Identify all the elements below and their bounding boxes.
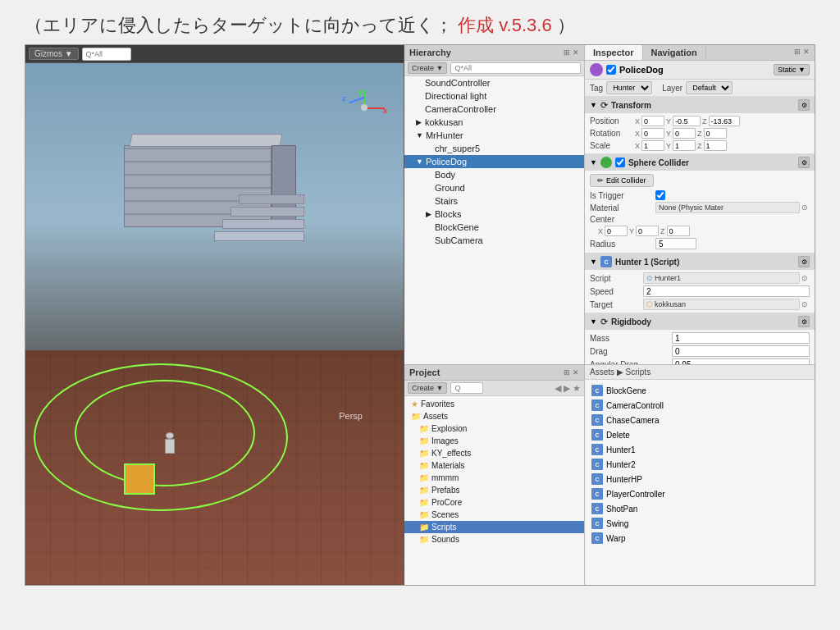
file-item[interactable]: CPlayerController <box>588 486 811 501</box>
scale-label: Scale <box>590 141 635 150</box>
center-label-row: Center <box>590 215 810 224</box>
pos-y[interactable] <box>673 116 701 126</box>
rotation-row: Rotation X Y Z <box>590 128 810 139</box>
file-item[interactable]: CHunterHP <box>588 472 811 486</box>
file-item[interactable]: CHunter2 <box>588 457 811 472</box>
rot-y[interactable] <box>673 128 696 139</box>
project-search-input[interactable] <box>450 382 483 394</box>
angular-drag-row: Angular Drag <box>590 358 810 364</box>
hierarchy-item[interactable]: ▶Blocks <box>404 208 584 221</box>
hierarchy-item[interactable]: Body <box>404 168 584 181</box>
top-panels: Hierarchy ⊞ ✕ Create ▼ SoundControllerDi… <box>404 45 815 365</box>
scale-y[interactable] <box>673 140 696 151</box>
tree-item[interactable]: 📁Images <box>404 435 584 447</box>
tree-item[interactable]: 📁Explosion <box>404 422 584 435</box>
hierarchy-item[interactable]: Stairs <box>404 194 584 208</box>
scale-z[interactable] <box>704 140 727 151</box>
material-field: None (Physic Mater <box>655 202 800 213</box>
hierarchy-item[interactable]: ▼PoliceDog <box>404 155 584 168</box>
radius-field[interactable] <box>655 238 696 249</box>
object-active-checkbox[interactable] <box>606 65 616 75</box>
script-select-icon[interactable]: ⊙ <box>800 274 810 282</box>
rigidbody-icon: ⟳ <box>600 317 608 327</box>
hierarchy-item[interactable]: Directional light <box>404 89 584 103</box>
tree-item[interactable]: 📁Assets <box>404 410 584 422</box>
hunter-script-settings[interactable]: ⚙ <box>798 256 810 267</box>
hierarchy-title: Hierarchy <box>409 48 451 57</box>
speed-field[interactable] <box>643 285 810 297</box>
hierarchy-item[interactable]: SubCamera <box>404 234 584 247</box>
tag-select[interactable]: Hunter <box>606 81 652 94</box>
transform-header[interactable]: ▼ ⟳ Transform ⚙ <box>585 97 815 113</box>
pos-z[interactable] <box>709 116 740 126</box>
tree-item[interactable]: 📁Materials <box>404 459 584 472</box>
rigidbody-header[interactable]: ▼ ⟳ Rigidbody ⚙ <box>585 313 815 330</box>
script-ref-field: ⊙Hunter1 <box>643 272 800 284</box>
rigidbody-title: Rigidbody <box>611 317 795 326</box>
file-item[interactable]: CSwing <box>588 516 811 531</box>
gizmos-button[interactable]: Gizmos ▼ <box>29 48 79 60</box>
scene-search-input[interactable] <box>82 48 131 61</box>
rot-z[interactable] <box>704 128 727 139</box>
layer-select[interactable]: Default <box>686 81 733 94</box>
hunter-script-icon: C <box>600 256 612 267</box>
tree-item[interactable]: 📁mmmm <box>404 472 584 484</box>
hierarchy-create-button[interactable]: Create ▼ <box>408 62 447 74</box>
rigidbody-settings[interactable]: ⚙ <box>798 316 810 327</box>
scale-x[interactable] <box>641 140 664 151</box>
tree-item[interactable]: 📁Prefabs <box>404 484 584 496</box>
file-item[interactable]: CChaseCamera <box>588 413 811 427</box>
sphere-arrow: ▼ <box>590 158 597 167</box>
tree-item[interactable]: ★Favorites <box>404 398 584 410</box>
hierarchy-item[interactable]: ▼MrHunter <box>404 129 584 142</box>
center-z[interactable] <box>667 226 690 236</box>
material-select-icon[interactable]: ⊙ <box>800 203 810 212</box>
speed-label: Speed <box>590 287 643 296</box>
project-create-button[interactable]: Create ▼ <box>408 382 447 394</box>
center-x[interactable] <box>605 226 628 236</box>
hierarchy-item[interactable]: BlockGene <box>404 221 584 234</box>
static-button[interactable]: Static ▼ <box>774 64 810 75</box>
transform-settings[interactable]: ⚙ <box>798 99 810 111</box>
target-select-icon[interactable]: ⊙ <box>800 300 810 308</box>
transform-component: ▼ ⟳ Transform ⚙ Position X Y Z <box>585 97 815 154</box>
hierarchy-item[interactable]: chr_super5 <box>404 142 584 155</box>
layer-label: Layer <box>662 84 682 93</box>
file-item[interactable]: CShotPan <box>588 501 811 516</box>
file-item[interactable]: CHunter1 <box>588 442 811 457</box>
sphere-settings[interactable]: ⚙ <box>798 157 810 168</box>
tree-item[interactable]: 📁Sounds <box>404 533 584 546</box>
file-item[interactable]: CWarp <box>588 531 811 546</box>
mass-field[interactable] <box>672 332 810 344</box>
hunter-script-header[interactable]: ▼ C Hunter 1 (Script) ⚙ <box>585 253 815 270</box>
hierarchy-item[interactable]: SoundController <box>404 76 584 89</box>
hierarchy-item[interactable]: Ground <box>404 181 584 194</box>
project-title: Project <box>409 368 440 377</box>
edit-collider-button[interactable]: ✏ Edit Collider <box>590 174 654 187</box>
is-trigger-checkbox[interactable] <box>655 190 665 200</box>
tree-item[interactable]: 📁KY_effects <box>404 447 584 459</box>
rot-x[interactable] <box>641 128 664 139</box>
title-highlight: 作成 v.5.3.6 <box>458 15 552 35</box>
pos-x[interactable] <box>641 116 664 126</box>
file-item[interactable]: CDelete <box>588 427 811 442</box>
sphere-collider-title: Sphere Collider <box>628 158 795 167</box>
tree-item[interactable]: 📁ProCore <box>404 496 584 509</box>
rigidbody-arrow: ▼ <box>590 317 597 326</box>
angular-drag-field[interactable] <box>672 358 810 364</box>
hierarchy-item[interactable]: ▶kokkusan <box>404 116 584 129</box>
tree-item[interactable]: 📁Scenes <box>404 509 584 521</box>
center-y[interactable] <box>636 226 659 236</box>
tree-item[interactable]: 📁Scripts <box>404 521 584 533</box>
axis-gizmo: x y z <box>342 88 387 133</box>
file-item[interactable]: CCameraControll <box>588 398 811 413</box>
sphere-collider-header[interactable]: ▼ Sphere Collider ⚙ <box>585 154 815 171</box>
drag-field[interactable] <box>672 345 810 357</box>
hierarchy-search-input[interactable] <box>450 62 581 74</box>
hierarchy-item[interactable]: CameraController <box>404 103 584 116</box>
angular-drag-label: Angular Drag <box>590 360 672 365</box>
file-item[interactable]: CBlockGene <box>588 383 811 398</box>
sphere-active-checkbox[interactable] <box>615 158 625 167</box>
tab-navigation[interactable]: Navigation <box>643 45 706 60</box>
tab-inspector[interactable]: Inspector <box>585 45 643 60</box>
